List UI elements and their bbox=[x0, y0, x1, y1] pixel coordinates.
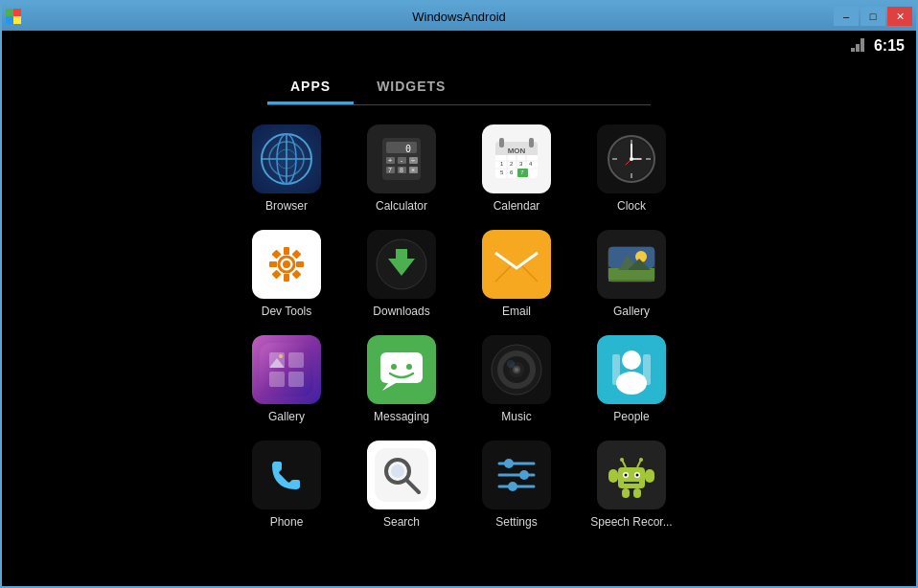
svg-point-113 bbox=[504, 459, 514, 468]
app-item-messaging[interactable]: Messaging bbox=[354, 331, 449, 427]
downloads-icon bbox=[367, 230, 436, 299]
svg-rect-33 bbox=[529, 138, 534, 147]
status-bar: 6:15 bbox=[2, 31, 916, 61]
people-icon bbox=[597, 335, 666, 404]
app-item-people[interactable]: People bbox=[584, 331, 679, 427]
svg-rect-60 bbox=[284, 247, 289, 255]
svg-text:0: 0 bbox=[405, 144, 411, 154]
minimize-button[interactable]: – bbox=[834, 7, 859, 26]
gallery2-label: Gallery bbox=[268, 410, 305, 423]
email-icon bbox=[482, 230, 551, 299]
browser-label: Browser bbox=[265, 199, 308, 213]
app-item-music[interactable]: Music bbox=[469, 331, 564, 427]
svg-rect-0 bbox=[6, 9, 13, 16]
email-label: Email bbox=[502, 305, 531, 318]
svg-rect-14 bbox=[386, 142, 417, 153]
phone-icon bbox=[252, 441, 321, 509]
svg-point-108 bbox=[391, 464, 404, 478]
music-label: Music bbox=[501, 410, 531, 423]
svg-rect-102 bbox=[612, 354, 620, 385]
app-item-gallery2[interactable]: Gallery bbox=[239, 331, 334, 427]
svg-point-114 bbox=[519, 470, 529, 480]
svg-text:+: + bbox=[388, 156, 393, 165]
tab-apps[interactable]: APPS bbox=[267, 71, 354, 104]
svg-rect-61 bbox=[284, 274, 289, 282]
svg-text:÷: ÷ bbox=[411, 156, 416, 165]
settings-label: Settings bbox=[495, 515, 537, 529]
svg-point-86 bbox=[279, 354, 283, 358]
downloads-label: Downloads bbox=[373, 305, 429, 318]
svg-rect-3 bbox=[13, 16, 21, 24]
app-item-browser[interactable]: Browser bbox=[239, 121, 334, 216]
svg-rect-117 bbox=[618, 467, 645, 488]
svg-rect-2 bbox=[6, 16, 13, 24]
devtools-label: Dev Tools bbox=[262, 305, 311, 318]
svg-rect-129 bbox=[622, 488, 630, 498]
app-item-clock[interactable]: Clock bbox=[584, 121, 679, 216]
people-label: People bbox=[613, 410, 649, 423]
window-controls: – □ ✕ bbox=[834, 7, 912, 26]
messaging-label: Messaging bbox=[374, 410, 429, 423]
app-item-settings[interactable]: Settings bbox=[469, 437, 564, 532]
title-bar-left bbox=[6, 9, 21, 24]
svg-rect-103 bbox=[643, 354, 651, 385]
tab-divider bbox=[267, 104, 651, 105]
gallery2-icon bbox=[252, 335, 321, 404]
svg-rect-84 bbox=[288, 372, 304, 387]
android-screen: 6:15 APPS WIDGETS bbox=[2, 31, 916, 586]
speechrec-icon bbox=[597, 441, 666, 509]
tab-widgets[interactable]: WIDGETS bbox=[354, 71, 469, 104]
search-icon bbox=[367, 441, 436, 509]
phone-label: Phone bbox=[270, 515, 304, 529]
svg-rect-1 bbox=[13, 9, 21, 16]
svg-point-126 bbox=[639, 458, 643, 462]
svg-marker-4 bbox=[851, 48, 855, 52]
svg-point-59 bbox=[283, 260, 290, 268]
svg-rect-32 bbox=[499, 138, 504, 147]
app-item-calculator[interactable]: 0 + - ÷ 7 8 bbox=[354, 121, 449, 216]
browser-icon bbox=[252, 124, 321, 193]
svg-rect-130 bbox=[633, 488, 641, 498]
window-title: WindowsAndroid bbox=[412, 10, 506, 24]
svg-rect-82 bbox=[288, 352, 304, 368]
calculator-label: Calculator bbox=[376, 199, 427, 213]
time-display: 6:15 bbox=[874, 37, 905, 55]
svg-rect-128 bbox=[645, 469, 654, 483]
app-item-devtools[interactable]: Dev Tools bbox=[239, 226, 334, 322]
svg-point-124 bbox=[620, 458, 624, 462]
svg-rect-76 bbox=[608, 280, 654, 282]
svg-text:7: 7 bbox=[388, 167, 392, 173]
svg-point-120 bbox=[625, 474, 628, 477]
svg-text:-: - bbox=[401, 156, 403, 165]
speechrec-label: Speech Recor... bbox=[590, 515, 672, 529]
app-item-downloads[interactable]: Downloads bbox=[354, 226, 449, 322]
music-icon bbox=[482, 335, 551, 404]
app-item-search[interactable]: Search bbox=[354, 437, 449, 532]
svg-rect-75 bbox=[608, 268, 654, 282]
title-bar: WindowsAndroid – □ ✕ bbox=[2, 2, 916, 31]
app-item-phone[interactable]: Phone bbox=[239, 437, 334, 532]
search-label: Search bbox=[383, 515, 420, 529]
close-button[interactable]: ✕ bbox=[887, 7, 912, 26]
app-item-email[interactable]: Email bbox=[469, 226, 564, 322]
svg-point-90 bbox=[391, 364, 397, 370]
app-item-calendar[interactable]: MON 1 2 3 bbox=[469, 121, 564, 216]
svg-point-104 bbox=[262, 450, 311, 500]
gallery-label: Gallery bbox=[613, 305, 650, 318]
signal-icon bbox=[851, 38, 866, 54]
restore-button[interactable]: □ bbox=[861, 7, 885, 26]
svg-rect-70 bbox=[495, 251, 538, 282]
svg-rect-80 bbox=[260, 343, 313, 396]
calculator-icon: 0 + - ÷ 7 8 bbox=[367, 124, 436, 193]
window-frame: WindowsAndroid – □ ✕ 6:15 APPS WIDGETS bbox=[0, 0, 918, 588]
app-item-speechrec[interactable]: Speech Recor... bbox=[584, 437, 679, 532]
svg-marker-5 bbox=[856, 44, 860, 52]
app-item-gallery[interactable]: Gallery bbox=[584, 226, 679, 322]
app-drawer: APPS WIDGETS bbox=[2, 61, 916, 586]
clock-icon bbox=[597, 124, 666, 193]
svg-point-98 bbox=[507, 360, 515, 368]
gallery-icon bbox=[597, 230, 666, 299]
svg-point-115 bbox=[508, 482, 517, 491]
svg-text:MON: MON bbox=[508, 147, 526, 155]
messaging-icon bbox=[367, 335, 436, 404]
